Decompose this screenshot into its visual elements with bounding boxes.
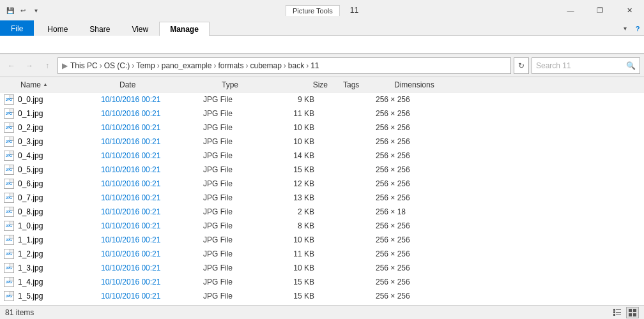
tab-home[interactable]: Home bbox=[36, 22, 79, 36]
cell-date-2: 10/10/2016 00:21 bbox=[101, 123, 203, 132]
address-box[interactable]: ▶ This PC › OS (C:) › Temp › pano_exampl… bbox=[57, 57, 511, 74]
col-header-name[interactable]: Name bbox=[15, 77, 114, 93]
refresh-button[interactable]: ↻ bbox=[514, 57, 529, 74]
cell-dim-11: 256 × 256 bbox=[376, 249, 452, 258]
cell-name-14: 1_5.jpg bbox=[18, 292, 101, 300]
cell-type-6: JPG File bbox=[203, 179, 273, 188]
ribbon: File Home Share View Manage ▾ ? bbox=[0, 20, 644, 54]
back-button[interactable]: ← bbox=[4, 58, 19, 73]
cell-size-12: 10 KB bbox=[273, 263, 325, 272]
cell-dim-7: 256 × 256 bbox=[376, 193, 452, 202]
cell-dim-8: 256 × 18 bbox=[376, 207, 452, 216]
file-icon-5: JPG bbox=[3, 165, 15, 175]
cell-dim-10: 256 × 256 bbox=[376, 235, 452, 244]
svg-rect-3 bbox=[616, 312, 621, 313]
cell-size-1: 11 KB bbox=[273, 109, 325, 118]
ribbon-content bbox=[0, 36, 644, 54]
cell-name-4: 0_4.jpg bbox=[18, 151, 101, 160]
cell-size-8: 2 KB bbox=[273, 207, 325, 216]
table-row[interactable]: JPG 1_3.jpg 10/10/2016 00:21 JPG File 10… bbox=[0, 261, 644, 275]
table-row[interactable]: JPG 0_6.jpg 10/10/2016 00:21 JPG File 12… bbox=[0, 177, 644, 191]
cell-name-3: 0_3.jpg bbox=[18, 137, 101, 146]
minimize-button[interactable]: — bbox=[556, 0, 585, 20]
file-icon-4: JPG bbox=[3, 151, 15, 161]
file-icon-13: JPG bbox=[3, 277, 15, 287]
col-header-size[interactable]: Size bbox=[287, 77, 338, 93]
cell-date-14: 10/10/2016 00:21 bbox=[101, 292, 203, 300]
cell-size-2: 10 KB bbox=[273, 123, 325, 132]
tab-share[interactable]: Share bbox=[79, 22, 121, 36]
status-right bbox=[611, 307, 639, 318]
cell-size-11: 11 KB bbox=[273, 249, 325, 258]
cell-date-8: 10/10/2016 00:21 bbox=[101, 207, 203, 216]
cell-size-3: 10 KB bbox=[273, 137, 325, 146]
cell-dim-13: 256 × 256 bbox=[376, 278, 452, 286]
file-icon-12: JPG bbox=[3, 263, 15, 273]
file-icon-8: JPG bbox=[3, 207, 15, 217]
file-icon-10: JPG bbox=[3, 235, 15, 245]
col-header-date[interactable]: Date bbox=[114, 77, 217, 93]
table-row[interactable]: JPG 1_1.jpg 10/10/2016 00:21 JPG File 10… bbox=[0, 233, 644, 247]
cell-name-1: 0_1.jpg bbox=[18, 109, 101, 118]
col-header-tags[interactable]: Tags bbox=[338, 77, 389, 93]
cell-name-5: 0_5.jpg bbox=[18, 165, 101, 174]
col-header-type[interactable]: Type bbox=[217, 77, 287, 93]
table-row[interactable]: JPG 1_4.jpg 10/10/2016 00:21 JPG File 15… bbox=[0, 275, 644, 289]
close-button[interactable]: ✕ bbox=[615, 0, 644, 20]
table-row[interactable]: JPG 0_7.jpg 10/10/2016 00:21 JPG File 13… bbox=[0, 191, 644, 205]
table-row[interactable]: JPG 0_2.jpg 10/10/2016 00:21 JPG File 10… bbox=[0, 121, 644, 135]
col-header-dimensions[interactable]: Dimensions bbox=[389, 77, 466, 93]
tab-manage[interactable]: Manage bbox=[159, 22, 210, 36]
window-controls: — ❐ ✕ bbox=[556, 0, 644, 20]
item-count: 81 items bbox=[5, 308, 34, 317]
up-button[interactable]: ↑ bbox=[40, 58, 55, 73]
table-row[interactable]: JPG 0_3.jpg 10/10/2016 00:21 JPG File 10… bbox=[0, 135, 644, 149]
cell-date-6: 10/10/2016 00:21 bbox=[101, 179, 203, 188]
cell-date-0: 10/10/2016 00:21 bbox=[101, 95, 203, 104]
tab-view[interactable]: View bbox=[121, 22, 159, 36]
svg-rect-2 bbox=[613, 311, 615, 313]
large-icons-view-btn[interactable] bbox=[626, 307, 639, 318]
file-icon-14: JPG bbox=[3, 291, 15, 301]
file-icon-1: JPG bbox=[3, 108, 15, 119]
cell-date-10: 10/10/2016 00:21 bbox=[101, 235, 203, 244]
cell-type-5: JPG File bbox=[203, 165, 273, 174]
cell-name-13: 1_4.jpg bbox=[18, 278, 101, 286]
cell-date-13: 10/10/2016 00:21 bbox=[101, 278, 203, 286]
ribbon-collapse-btn[interactable]: ▾ bbox=[618, 22, 631, 36]
table-row[interactable]: JPG 1_5.jpg 10/10/2016 00:21 JPG File 15… bbox=[0, 289, 644, 303]
svg-rect-9 bbox=[633, 313, 636, 316]
cell-type-0: JPG File bbox=[203, 95, 273, 104]
cell-name-9: 1_0.jpg bbox=[18, 221, 101, 230]
table-row[interactable]: JPG 0_0.jpg 10/10/2016 00:21 JPG File 9 … bbox=[0, 93, 644, 107]
table-row[interactable]: JPG 1_0.jpg 10/10/2016 00:21 JPG File 8 … bbox=[0, 219, 644, 233]
ribbon-tabs: File Home Share View Manage ▾ ? bbox=[0, 20, 644, 36]
cell-size-10: 10 KB bbox=[273, 235, 325, 244]
status-bar: 81 items bbox=[0, 305, 644, 319]
help-btn[interactable]: ? bbox=[631, 22, 644, 36]
svg-rect-1 bbox=[616, 309, 621, 310]
details-view-btn[interactable] bbox=[611, 307, 624, 318]
cell-dim-9: 256 × 256 bbox=[376, 221, 452, 230]
table-row[interactable]: JPG 1_2.jpg 10/10/2016 00:21 JPG File 11… bbox=[0, 247, 644, 261]
table-row[interactable]: JPG 0_4.jpg 10/10/2016 00:21 JPG File 14… bbox=[0, 149, 644, 163]
table-row[interactable]: JPG 0_1.jpg 10/10/2016 00:21 JPG File 11… bbox=[0, 107, 644, 121]
table-row[interactable]: JPG 0_8.jpg 10/10/2016 00:21 JPG File 2 … bbox=[0, 205, 644, 219]
table-row[interactable]: JPG 0_5.jpg 10/10/2016 00:21 JPG File 15… bbox=[0, 163, 644, 177]
tab-file[interactable]: File bbox=[0, 20, 34, 36]
search-box[interactable]: Search 11 🔍 bbox=[532, 57, 640, 74]
forward-button[interactable]: → bbox=[22, 58, 37, 73]
svg-rect-7 bbox=[633, 309, 636, 312]
file-icon-6: JPG bbox=[3, 179, 15, 189]
file-icon-3: JPG bbox=[3, 137, 15, 147]
cell-size-0: 9 KB bbox=[273, 95, 325, 104]
dropdown-icon: ▾ bbox=[31, 5, 41, 15]
cell-name-0: 0_0.jpg bbox=[18, 95, 101, 104]
cell-date-11: 10/10/2016 00:21 bbox=[101, 249, 203, 258]
restore-button[interactable]: ❐ bbox=[585, 0, 615, 20]
cell-name-2: 0_2.jpg bbox=[18, 123, 101, 132]
cell-type-1: JPG File bbox=[203, 109, 273, 118]
cell-size-5: 15 KB bbox=[273, 165, 325, 174]
file-icon-11: JPG bbox=[3, 249, 15, 259]
svg-rect-6 bbox=[629, 309, 632, 312]
